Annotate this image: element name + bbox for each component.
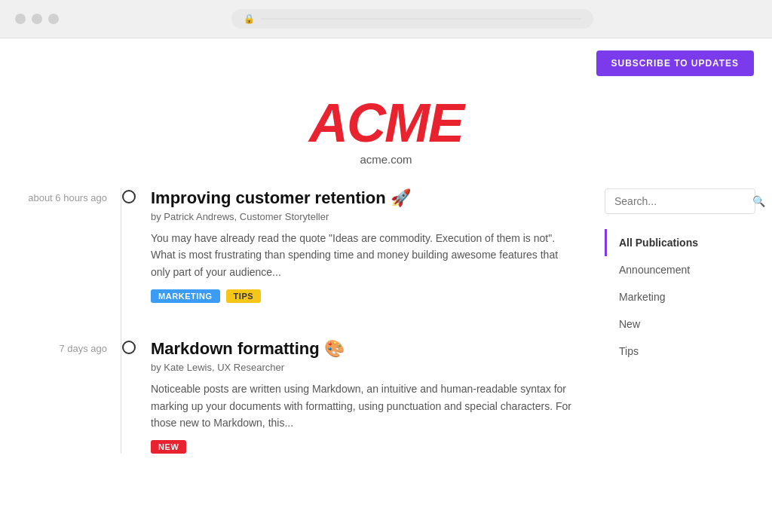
post-title-2[interactable]: Markdown formatting 🎨 — [151, 339, 574, 359]
sidebar-item-tips[interactable]: Tips — [605, 338, 755, 365]
post-excerpt-1: You may have already read the quote "Ide… — [151, 230, 574, 280]
post-title-1[interactable]: Improving customer retention 🚀 — [151, 188, 574, 208]
post-tags-1: MARKETING TIPS — [151, 289, 574, 303]
page-content: SUBSCRIBE TO UPDATES ACME acme.com about… — [0, 38, 772, 532]
window-dot-yellow — [32, 14, 42, 24]
logo-text: ACME — [0, 96, 772, 150]
timeline: about 6 hours ago Improving customer ret… — [17, 188, 574, 454]
logo-area: ACME acme.com — [0, 88, 772, 188]
post-author-1: by Patrick Andrews, Customer Storyteller — [151, 211, 574, 222]
timeline-dot-1 — [122, 190, 136, 203]
tag-new[interactable]: NEW — [151, 440, 186, 454]
post-content-1: Improving customer retention 🚀 by Patric… — [151, 188, 574, 303]
main-layout: about 6 hours ago Improving customer ret… — [17, 188, 755, 520]
post-tags-2: NEW — [151, 440, 574, 454]
sidebar: 🔍 All Publications Announcement Marketin… — [605, 188, 755, 490]
subscribe-button[interactable]: SUBSCRIBE TO UPDATES — [596, 50, 754, 76]
post-content-2: Markdown formatting 🎨 by Kate Lewis, UX … — [151, 339, 574, 454]
sidebar-nav: All Publications Announcement Marketing … — [605, 229, 755, 365]
posts-area: about 6 hours ago Improving customer ret… — [17, 188, 605, 490]
window-dot-red — [15, 14, 26, 24]
post-excerpt-2: Noticeable posts are written using Markd… — [151, 381, 574, 431]
sidebar-item-all-publications[interactable]: All Publications — [605, 229, 755, 256]
sidebar-item-new[interactable]: New — [605, 310, 755, 338]
post-item: about 6 hours ago Improving customer ret… — [17, 188, 574, 303]
tag-marketing[interactable]: MARKETING — [151, 289, 220, 303]
search-input[interactable] — [614, 195, 746, 207]
window-controls — [15, 14, 59, 24]
post-item-2: 7 days ago Markdown formatting 🎨 by Kate… — [17, 339, 574, 454]
logo-domain: acme.com — [0, 153, 772, 166]
header-bar: SUBSCRIBE TO UPDATES — [0, 38, 772, 88]
search-icon: 🔍 — [752, 195, 765, 207]
browser-chrome: 🔒 — [0, 0, 772, 38]
sidebar-item-announcement[interactable]: Announcement — [605, 256, 755, 283]
address-bar: 🔒 — [231, 9, 593, 29]
timeline-dot-2 — [122, 341, 136, 354]
search-box[interactable]: 🔍 — [605, 188, 755, 214]
post-time-1: about 6 hours ago — [17, 188, 107, 205]
lock-icon: 🔒 — [244, 14, 255, 24]
sidebar-item-marketing[interactable]: Marketing — [605, 283, 755, 310]
post-author-2: by Kate Lewis, UX Researcher — [151, 362, 574, 373]
window-dot-green — [48, 14, 59, 24]
post-time-2: 7 days ago — [17, 339, 107, 356]
address-text — [261, 18, 581, 20]
tag-tips[interactable]: TIPS — [226, 289, 262, 303]
